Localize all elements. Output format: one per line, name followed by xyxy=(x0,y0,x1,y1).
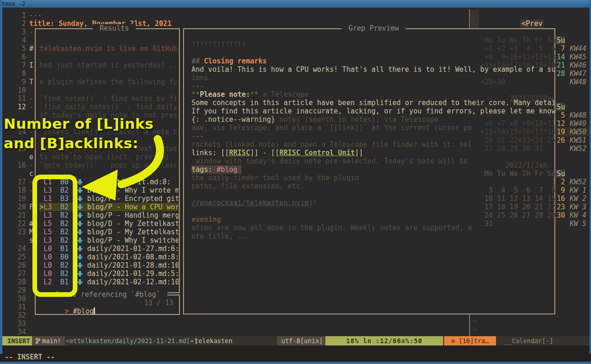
occluded-buffer-line: e plugin defines the following fun xyxy=(39,78,177,86)
preview-span: ions. xyxy=(191,74,212,82)
calendar-nav: <Prev Today Next> xyxy=(503,11,546,19)
result-text: daily/2021-01-29.md:5: xyxy=(87,270,178,278)
occluded-buffer-line: `find_daily_notes()` : find daily xyxy=(39,103,177,111)
line-number: 33 xyxy=(0,320,26,328)
calendar-week-number: KW 5 xyxy=(570,220,586,228)
calendar-week-number: KW49 xyxy=(570,119,586,128)
calendar-sunday-day: 9 xyxy=(556,186,565,195)
download-arrow-icon xyxy=(77,263,83,269)
line-number: 25 xyxy=(0,253,26,261)
result-text: blog/D - My Zettelkast xyxy=(87,220,178,228)
preview-span: --- xyxy=(191,82,204,90)
preview-line: If you find this article inaccurate, lac… xyxy=(191,107,555,115)
mode-indicator: INSERT xyxy=(2,336,35,345)
calendar-sunday-header: Su xyxy=(556,36,565,44)
buffer-edge-char: e xyxy=(29,153,33,161)
gutter-row: 33 xyxy=(0,320,39,328)
preview-line: the daily finder tool used by the plugin xyxy=(191,174,359,182)
preview-span: ]] xyxy=(355,149,363,157)
download-arrow-icon xyxy=(77,221,83,227)
preview-line: Some concepts in this article have been … xyxy=(191,99,555,107)
preview-line: And voila! This is how a CPU works! That… xyxy=(191,65,555,74)
window-separator-top xyxy=(469,9,470,28)
prompt-input[interactable]: > #blog xyxy=(39,299,95,307)
preview-content: !!!!!!!!!!!!!## Closing remarksAnd voila… xyxy=(191,40,555,249)
preview-span: window with today's daily note pre-selec… xyxy=(191,157,468,165)
download-arrow-icon xyxy=(77,213,83,219)
calendar-week-number: KW 1 xyxy=(570,186,586,195)
preview-span: ation are now all done in the plugin. We… xyxy=(191,224,472,232)
gutter-row: 31 xyxy=(0,303,39,311)
text-cursor xyxy=(94,308,95,314)
result-text: daily/2021-02-08.md:8: xyxy=(87,253,178,261)
git-branch-label: main! xyxy=(42,337,61,345)
window-separator-bottom xyxy=(469,314,470,336)
occluded-buffer-line: `find_notes()` : find notes by fil xyxy=(39,94,177,103)
preview-line: links: [[RRISC]] - [[RRISC Control Unit]… xyxy=(191,149,363,157)
preview-span: And voila! This is how a CPU works! That… xyxy=(191,65,555,74)
preview-line: --- xyxy=(191,82,204,90)
calendar-sunday-day: 21 xyxy=(556,61,565,69)
download-arrow-icon xyxy=(77,271,83,277)
preview-span: links: [[ xyxy=(191,149,229,157)
prompt-value: #blog xyxy=(73,307,94,315)
preview-line: !!!!!!!!!!!!! xyxy=(191,40,246,49)
calendar-week-number: KW48 xyxy=(570,78,586,86)
preview-span: !!!!!!!!!!!!! xyxy=(191,40,246,49)
download-arrow-icon xyxy=(77,204,83,210)
preview-span: /renerocksai/telekasten.nvim xyxy=(191,199,309,207)
preview-line: {: .notice--warning} notes (search in no… xyxy=(191,115,438,124)
calendar-scroll-thumb[interactable] xyxy=(471,10,479,30)
download-arrow-icon xyxy=(77,238,83,244)
matched-text: How a CPU wor xyxy=(125,203,178,211)
preview-span xyxy=(237,165,241,174)
calendar-sunday-day: 30 xyxy=(556,211,565,220)
preview-line: /renerocksai/telekasten.nvim)! xyxy=(191,199,317,207)
preview-span: {: .notice--warning} xyxy=(191,115,275,124)
line-number: 26 xyxy=(0,261,26,270)
trailing-whitespace-warning: ≡ [16]tra… xyxy=(444,336,496,345)
calendar-sunday-day: 19 xyxy=(556,128,565,136)
mode-message: -- INSERT -- xyxy=(5,353,55,361)
cursor-position-indicator: 18% ln :12/66≡%:50 xyxy=(325,336,443,345)
result-text: blog/D - My Zettelkast xyxy=(87,228,178,236)
calendar-week-number: KW 4 xyxy=(570,211,586,220)
download-arrow-icon xyxy=(77,279,83,285)
preview-span: notes (search in notes), via Telescope xyxy=(275,115,438,124)
result-text: blog/P - Why I switche xyxy=(87,236,178,245)
calendar-week-number: KW 2 xyxy=(570,195,586,203)
preview-span: ** xyxy=(250,90,258,99)
calendar-prev-button[interactable]: <Prev xyxy=(520,19,544,28)
calendar-week-number: KW46 xyxy=(570,61,586,69)
calendar-sunday-day: 16 xyxy=(556,195,565,203)
calendar-week-number: KW 3 xyxy=(570,203,586,211)
empty-line-tilde: ~ xyxy=(473,325,477,333)
empty-line-tilde: ~ xyxy=(473,317,477,325)
calendar-statusline: __Calendar[-] xyxy=(504,336,553,345)
preview-span: Closing remarks xyxy=(204,57,267,65)
command-line: -- INSERT -- xyxy=(0,345,591,362)
preview-panel-title: Grep Preview xyxy=(342,24,406,32)
line-number: 32 xyxy=(0,311,26,320)
plugin-name: telekasten xyxy=(195,336,232,345)
download-arrow-icon xyxy=(77,246,83,252)
buffer-edge-char: - xyxy=(29,28,33,36)
results-panel-title: Results xyxy=(93,24,136,32)
gutter-row: 2 xyxy=(0,19,39,28)
calendar-week-number: KW52 xyxy=(570,144,586,153)
download-arrow-icon xyxy=(77,254,83,260)
preview-line: tags: #blog xyxy=(191,165,241,174)
occluded-buffer-line: had just started it yesterday! ... xyxy=(39,61,177,69)
preview-span: ## xyxy=(191,57,204,65)
preview-line: rackets (linked note) and open a Telesco… xyxy=(191,140,472,149)
calendar-sunday-day: 2 xyxy=(556,178,565,186)
gutter-row: 34 xyxy=(0,328,39,336)
encoding-indicator: utf-8[unix] xyxy=(277,336,327,345)
preview-span: the daily finder tool used by the plugin xyxy=(191,174,359,182)
preview-span: )! xyxy=(309,199,317,207)
status-bar: INSERT main! <ettelkasten/daily/2021-11-… xyxy=(0,336,591,345)
prompt-panel: Notes referencing `#blog` > #blog 13 / 1… xyxy=(35,295,180,315)
preview-line: paths, file extension, etc. xyxy=(191,182,305,190)
preview-span: ame, via Telescope, and place a `[[link]… xyxy=(191,124,472,132)
line-number: 28 xyxy=(0,278,26,286)
